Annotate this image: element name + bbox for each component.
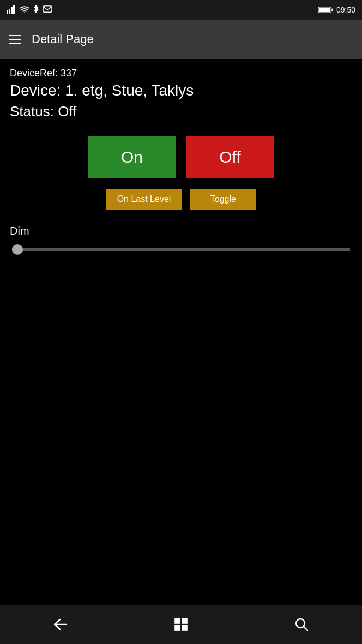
svg-rect-1 xyxy=(9,9,10,14)
home-button[interactable] xyxy=(174,617,188,631)
app-bar: Detail Page xyxy=(0,20,362,59)
svg-rect-6 xyxy=(43,5,52,11)
bottom-nav-bar xyxy=(0,605,362,644)
svg-rect-8 xyxy=(331,8,333,11)
svg-rect-3 xyxy=(13,5,15,14)
toggle-button[interactable]: Toggle xyxy=(190,189,256,210)
time-display: 09:50 xyxy=(336,5,355,14)
dim-label: Dim xyxy=(10,225,352,237)
status-value: Off xyxy=(58,103,76,120)
primary-button-row: On Off xyxy=(10,136,352,178)
bluetooth-icon xyxy=(33,5,39,15)
signal-icon xyxy=(7,5,16,15)
svg-rect-0 xyxy=(7,10,8,14)
page-title: Detail Page xyxy=(32,32,94,46)
battery-icon xyxy=(318,6,333,14)
svg-rect-14 xyxy=(182,625,188,631)
device-ref: DeviceRef: 337 xyxy=(10,68,352,79)
svg-rect-13 xyxy=(174,625,180,631)
message-icon xyxy=(43,5,52,15)
wifi-icon xyxy=(20,5,29,15)
device-status: Status: Off xyxy=(10,103,352,120)
status-label: Status: xyxy=(10,103,54,120)
search-button[interactable] xyxy=(294,617,309,631)
status-bar: 09:50 xyxy=(0,0,362,20)
svg-rect-9 xyxy=(319,8,330,12)
svg-point-4 xyxy=(24,12,25,13)
back-button[interactable] xyxy=(53,618,68,630)
on-last-level-button[interactable]: On Last Level xyxy=(106,189,182,210)
svg-rect-12 xyxy=(182,618,188,624)
menu-button[interactable] xyxy=(9,35,21,44)
status-icons xyxy=(7,5,52,15)
svg-line-16 xyxy=(304,627,307,630)
status-right: 09:50 xyxy=(318,5,355,14)
content-area: DeviceRef: 337 Device: 1. etg, Stue, Tak… xyxy=(0,59,362,261)
device-name: Device: 1. etg, Stue, Taklys xyxy=(10,81,352,100)
on-button[interactable]: On xyxy=(88,136,176,178)
svg-rect-11 xyxy=(174,618,180,624)
dim-slider-container xyxy=(10,243,352,253)
svg-rect-2 xyxy=(11,7,13,14)
off-button[interactable]: Off xyxy=(186,136,274,178)
dim-slider[interactable] xyxy=(12,248,350,251)
secondary-button-row: On Last Level Toggle xyxy=(10,189,352,210)
